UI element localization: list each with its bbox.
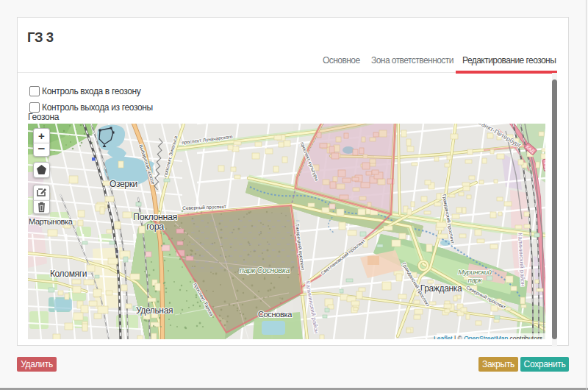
svg-text:парк Сосновка: парк Сосновка bbox=[240, 266, 290, 274]
svg-text:Удельная: Удельная bbox=[136, 305, 173, 316]
svg-text:Коломяги: Коломяги bbox=[50, 269, 87, 279]
svg-text:Мартыновка: Мартыновка bbox=[29, 217, 74, 226]
svg-text:Сосновка: Сосновка bbox=[258, 310, 293, 319]
svg-text:гора: гора bbox=[146, 221, 164, 232]
svg-text:Озерки: Озерки bbox=[110, 179, 137, 189]
svg-text:Поклонная: Поклонная bbox=[133, 212, 177, 222]
svg-text:Leaflet | © OpenStreetMap cont: Leaflet | © OpenStreetMap contributors bbox=[434, 335, 542, 339]
svg-text:Гражданка: Гражданка bbox=[420, 283, 462, 294]
svg-text:парк: парк bbox=[467, 276, 482, 284]
svg-text:Муринский: Муринский bbox=[458, 268, 492, 276]
